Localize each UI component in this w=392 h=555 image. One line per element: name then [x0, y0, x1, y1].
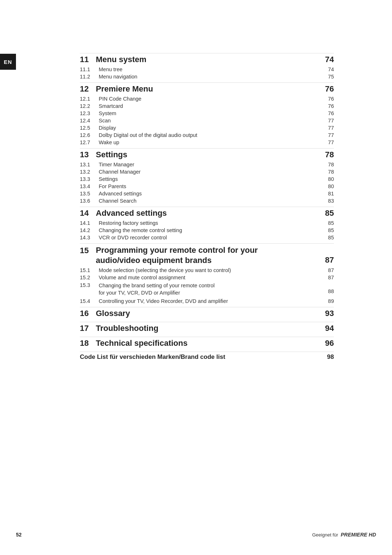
toc-item-12-4: 12.4 Scan 77 — [80, 117, 334, 124]
toc-item-12-3: 12.3 System 76 — [80, 110, 334, 117]
toc-item-15-2: 15.2 Volume and mute control assignment … — [80, 274, 334, 281]
chapter-17-page: 94 — [325, 324, 334, 333]
item-title: Channel Search — [99, 198, 136, 204]
item-num: 14.2 — [80, 227, 99, 233]
chapter-16-num: 16 — [80, 309, 91, 318]
item-title: Display — [99, 125, 116, 131]
item-num: 13.2 — [80, 169, 99, 175]
item-title: Scan — [99, 118, 111, 123]
item-page: 76 — [328, 103, 334, 109]
item-title: Menu navigation — [99, 74, 137, 80]
footer: 52 Geeignet für PREMIERE HD — [0, 532, 392, 538]
toc-chapter-11: 11 Menu system 74 — [80, 53, 334, 66]
item-num: 13.6 — [80, 198, 99, 204]
item-page: 80 — [328, 183, 334, 189]
chapter-15-num: 15 — [80, 245, 91, 255]
footer-page-number: 52 — [16, 532, 22, 538]
item-title: Advanced settings — [99, 191, 142, 197]
item-title: Wake up — [99, 139, 119, 145]
item-page: 76 — [328, 96, 334, 102]
item-page: 87 — [328, 275, 334, 280]
toc-item-14-2: 14.2 Changing the remote control setting… — [80, 227, 334, 234]
toc-item-15-3: 15.3 Changing the brand setting of your … — [80, 281, 334, 297]
toc-item-13-6: 13.6 Channel Search 83 — [80, 197, 334, 204]
toc-item-12-2: 12.2 Smartcard 76 — [80, 102, 334, 110]
chapter-16-page: 93 — [325, 309, 334, 318]
item-title: Channel Manager — [99, 169, 140, 175]
item-page: 77 — [328, 118, 334, 123]
item-page: 85 — [328, 220, 334, 226]
chapter-15-items: 15.1 Mode selection (selecting the devic… — [80, 267, 334, 305]
item-page: 77 — [328, 139, 334, 145]
item-num: 12.3 — [80, 110, 99, 116]
chapter-18-page: 96 — [325, 339, 334, 348]
item-page: 87 — [328, 267, 334, 273]
item-num: 15.3 — [80, 282, 99, 288]
chapter-15-title: Programming your remote control for your… — [96, 245, 258, 265]
item-title: Timer Manager — [99, 162, 134, 167]
chapter-15-page: 87 — [325, 245, 334, 265]
toc-content: 11 Menu system 74 11.1 Menu tree 74 11.2… — [80, 51, 334, 362]
toc-item-13-2: 13.2 Channel Manager 78 — [80, 168, 334, 175]
toc-item-15-1: 15.1 Mode selection (selecting the devic… — [80, 267, 334, 274]
chapter-11-page: 74 — [325, 55, 334, 64]
item-page: 77 — [328, 125, 334, 131]
language-label: EN — [4, 59, 12, 65]
item-num: 12.5 — [80, 125, 99, 131]
item-num: 14.3 — [80, 235, 99, 240]
item-title: System — [99, 110, 116, 116]
item-num: 14.1 — [80, 220, 99, 226]
item-title: Controlling your TV, Video Recorder, DVD… — [99, 298, 228, 304]
item-title: VCR or DVD recorder control — [99, 235, 167, 240]
chapter-14-page: 85 — [325, 208, 334, 218]
chapter-15-title-line2: audio/video equipment brands — [96, 256, 212, 265]
chapter-13-num: 13 — [80, 150, 91, 159]
toc-item-14-1: 14.1 Restoring factory settings 85 — [80, 219, 334, 227]
item-page: 81 — [328, 191, 334, 197]
chapter-12-page: 76 — [325, 84, 334, 94]
item-page: 85 — [328, 227, 334, 233]
toc-chapter-12: 12 Premiere Menu 76 — [80, 82, 334, 95]
toc-item-11-1: 11.1 Menu tree 74 — [80, 66, 334, 73]
item-num: 13.5 — [80, 191, 99, 197]
item-page: 85 — [328, 235, 334, 240]
item-num: 11.2 — [80, 74, 99, 80]
item-num: 15.1 — [80, 267, 99, 273]
chapter-13-page: 78 — [325, 150, 334, 159]
item-num: 13.1 — [80, 162, 99, 167]
chapter-12-num: 12 — [80, 84, 91, 94]
chapter-14-num: 14 — [80, 208, 91, 218]
toc-item-12-7: 12.7 Wake up 77 — [80, 139, 334, 146]
item-page: 88 — [328, 282, 334, 294]
item-page: 83 — [328, 198, 334, 204]
toc-item-12-1: 12.1 PIN Code Change 76 — [80, 95, 334, 102]
footer-brand: Geeignet für PREMIERE HD — [312, 532, 376, 538]
item-title: PIN Code Change — [99, 96, 142, 102]
item-num: 12.6 — [80, 132, 99, 138]
item-title: Volume and mute control assignment — [99, 275, 185, 280]
chapter-17-num: 17 — [80, 324, 91, 333]
toc-item-13-4: 13.4 For Parents 80 — [80, 183, 334, 190]
toc-chapter-18: 18 Technical specifications 96 — [80, 337, 334, 349]
item-num: 12.2 — [80, 103, 99, 109]
language-tab: EN — [0, 54, 16, 70]
toc-chapters: 11 Menu system 74 11.1 Menu tree 74 11.2… — [80, 53, 334, 241]
chapter-18-num: 18 — [80, 339, 91, 348]
item-page: 78 — [328, 169, 334, 175]
item-num: 12.1 — [80, 96, 99, 102]
toc-item-12-6: 12.6 Dolby Digital out of the digital au… — [80, 131, 334, 139]
toc-item-13-1: 13.1 Timer Manager 78 — [80, 161, 334, 168]
code-list-title: Code List für verschieden Marken/Brand c… — [80, 353, 225, 361]
toc-item-15-4: 15.4 Controlling your TV, Video Recorder… — [80, 297, 334, 305]
item-title: Changing the remote control setting — [99, 227, 182, 233]
code-list-page: 98 — [327, 353, 334, 361]
item-num: 12.7 — [80, 139, 99, 145]
item-title: Settings — [99, 176, 118, 182]
item-title: Restoring factory settings — [99, 220, 158, 226]
item-title: Dolby Digital out of the digital audio o… — [99, 132, 197, 138]
item-title: Smartcard — [99, 103, 123, 109]
chapter-12-title: Premiere Menu — [96, 84, 153, 94]
toc-chapter-17: 17 Troubleshooting 94 — [80, 322, 334, 335]
item-page: 75 — [328, 74, 334, 80]
item-num: 13.4 — [80, 183, 99, 189]
